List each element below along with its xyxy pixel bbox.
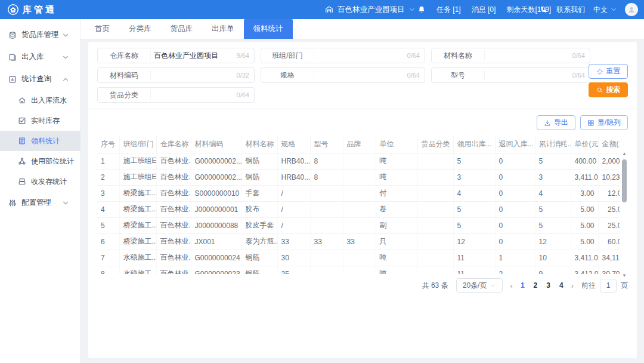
table-cell: 桥梁施工... — [119, 233, 156, 250]
field-input[interactable] — [484, 70, 570, 80]
sidebar-subitem[interactable]: 出入库流水 — [0, 90, 80, 110]
page-number-4[interactable]: 4 — [559, 281, 564, 290]
column-header: 规格 — [277, 136, 310, 153]
search-form: 仓库名称百色林业产业园项目9/64班组/部门0/64材料名称0/64材料编码0/… — [97, 48, 628, 103]
page-unit-label: 页 — [621, 281, 628, 291]
table-cell: 卷 — [376, 201, 417, 217]
chevron-down-icon — [61, 53, 70, 61]
table-cell: 吨 — [376, 153, 417, 169]
table-cell: 吨 — [376, 266, 417, 274]
export-button[interactable]: 导出 — [537, 115, 575, 130]
sidebar-subitem[interactable]: 领料统计 — [0, 131, 80, 151]
table-cell: 副 — [376, 217, 417, 233]
table-cell: 胶布 — [242, 201, 277, 217]
form-field: 班组/部门0/64 — [261, 48, 425, 63]
sidebar-item-label: 货品库管理 — [21, 30, 59, 40]
table-cell — [417, 217, 453, 233]
page-number-2[interactable]: 2 — [534, 281, 538, 290]
goto-page: 前往 页 — [581, 279, 628, 293]
sidebar: 货品库管理出入库统计查询出入库流水实时库存领料统计使用部位统计收发存统计配置管理 — [0, 19, 80, 363]
table-cell: 桥梁施工... — [119, 217, 156, 233]
tab-1[interactable]: 首页 — [85, 19, 119, 39]
field-input[interactable] — [150, 70, 234, 80]
contact-us-link[interactable]: 联系我们 — [556, 5, 585, 15]
table-cell: 0 — [495, 201, 535, 217]
table-cell: 60.00 — [598, 233, 620, 250]
table-row: 6桥梁施工...百色林业...JX001泰为方瓶...333333只120125… — [97, 233, 620, 250]
sidebar-item[interactable]: 配置管理 — [0, 192, 80, 214]
table-header-row: 序号班组/部门仓库名称材料编码材料名称规格型号品牌单位货品分类领用出库...退回… — [97, 136, 620, 153]
column-header: 仓库名称 — [156, 136, 191, 153]
usage-stats-icon — [18, 157, 26, 165]
sidebar-item[interactable]: 货品库管理 — [0, 24, 80, 46]
reset-button[interactable]: 重置 — [589, 64, 628, 79]
table-cell: 3,411.00 — [571, 250, 598, 266]
stats-query-icon — [8, 75, 17, 84]
section-divider — [88, 109, 637, 109]
field-input[interactable] — [314, 70, 405, 80]
table-cell — [310, 250, 343, 266]
tab-bar: 首页分类库货品库出库单领料统计 — [80, 19, 644, 39]
sidebar-subitem[interactable]: 实时库存 — [0, 110, 80, 131]
bell-icon[interactable] — [417, 5, 426, 14]
sidebar-subitem-label: 使用部位统计 — [31, 156, 74, 167]
page-number-1[interactable]: 1 — [521, 281, 525, 290]
table-cell: 5 — [453, 153, 495, 169]
prev-page-arrow[interactable]: ‹ — [510, 281, 513, 290]
table-cell: G000000002... — [191, 169, 242, 185]
tab-2[interactable]: 分类库 — [119, 19, 161, 39]
tasks-link[interactable]: 任务 [1] — [436, 5, 461, 15]
table-cell — [343, 250, 376, 266]
form-buttons: 重置 搜索 — [589, 64, 628, 97]
field-input[interactable]: 百色林业产业园项目 — [150, 51, 234, 60]
next-page-arrow[interactable]: › — [571, 281, 574, 290]
table-cell: 0 — [495, 169, 535, 185]
avatar[interactable] — [625, 3, 638, 16]
search-button[interactable]: 搜索 — [589, 82, 628, 97]
goods-warehouse-icon — [8, 31, 17, 39]
pagination: 共 63 条 20条/页 ‹ 1234 › 前往 页 — [97, 278, 628, 293]
sidebar-subitem[interactable]: 使用部位统计 — [0, 151, 80, 171]
tab-4[interactable]: 出库单 — [202, 19, 244, 39]
column-header: 退回入库... — [495, 136, 535, 153]
scrollbar-thumb[interactable] — [622, 159, 627, 202]
field-label: 货品分类 — [98, 90, 150, 100]
table-cell: 百色林业... — [156, 217, 191, 233]
reset-button-label: 重置 — [606, 66, 621, 76]
show-hide-columns-button[interactable]: 显/隐列 — [580, 115, 628, 130]
scroll-down-arrow[interactable]: ▼ — [622, 273, 627, 278]
scroll-up-arrow[interactable]: ▲ — [622, 152, 627, 156]
table-toolbar: 导出 显/隐列 — [97, 115, 628, 130]
total-count-label: 共 63 条 — [422, 281, 448, 291]
page-number-3[interactable]: 3 — [546, 281, 550, 290]
table-cell: 吨 — [376, 250, 417, 266]
chevron-down-icon — [409, 7, 415, 13]
table-cell: 百色林业... — [156, 250, 191, 266]
tab-5[interactable]: 领料统计 — [244, 19, 293, 39]
column-header: 单位 — [376, 136, 417, 153]
field-input[interactable] — [484, 51, 570, 60]
messages-link[interactable]: 消息 [0] — [472, 5, 496, 15]
table-cell: S0000000010 — [191, 185, 242, 201]
sidebar-subitem[interactable]: 收发存统计 — [0, 171, 80, 192]
sidebar-item[interactable]: 统计查询 — [0, 68, 80, 90]
table-cell: / — [277, 201, 310, 217]
table-cell — [310, 185, 343, 201]
in-out-warehouse-icon — [8, 53, 17, 61]
table-cell: J0000000088 — [191, 217, 242, 233]
goto-page-input[interactable] — [600, 279, 617, 293]
column-header: 班组/部门 — [119, 136, 156, 153]
page-size-select[interactable]: 20条/页 — [456, 278, 503, 293]
columns-grid-icon — [587, 119, 595, 127]
columns-button-label: 显/隐列 — [597, 118, 621, 128]
field-input[interactable] — [314, 51, 405, 60]
field-input[interactable] — [150, 90, 234, 100]
sidebar-item[interactable]: 出入库 — [0, 46, 80, 68]
tab-3[interactable]: 货品库 — [161, 19, 203, 39]
language-selector[interactable]: 中文 — [593, 5, 617, 15]
table-cell: 3.00 — [571, 185, 598, 201]
language-label: 中文 — [593, 5, 608, 15]
table-cell: / — [277, 185, 310, 201]
project-selector[interactable]: 百色林业产业园项目 — [325, 0, 415, 19]
app-logo-icon — [7, 4, 19, 16]
